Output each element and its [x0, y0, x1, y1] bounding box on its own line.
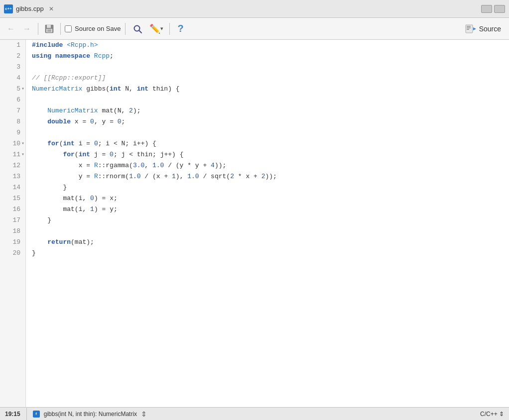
svg-rect-1 [47, 25, 51, 28]
code-line-5: NumericMatrix gibbs(int N, int thin) { [26, 84, 509, 95]
function-arrow[interactable]: ⇕ [141, 410, 147, 418]
search-icon [132, 24, 142, 34]
line-num-5: 5▾ [0, 84, 25, 95]
line-num-12: 12 [0, 160, 25, 171]
code-editor[interactable]: #include <Rcpp.h> using namespace Rcpp; … [26, 40, 509, 407]
toolbar-separator-2 [60, 23, 61, 35]
code-line-10: for(int i = 0; i < N; i++) { [26, 138, 509, 149]
line-num-2: 2 [0, 51, 25, 62]
file-type-icon: c++ [4, 4, 13, 13]
line-num-1: 1 [0, 40, 25, 51]
function-label: gibbs(int N, int thin): NumericMatrix [44, 411, 137, 418]
source-on-save-label[interactable]: Source on Save [65, 25, 121, 32]
tab-filename: gibbs.cpp [16, 5, 44, 12]
toolbar-separator-4 [169, 23, 170, 35]
svg-line-5 [139, 30, 141, 33]
code-line-20: } [26, 248, 509, 259]
svg-marker-10 [473, 27, 476, 30]
code-line-13: y = R::rnorm(1.0 / (x + 1), 1.0 / sqrt(2… [26, 171, 509, 182]
maximize-button[interactable] [494, 5, 505, 13]
code-line-6 [26, 95, 509, 105]
code-line-3 [26, 62, 509, 73]
forward-button[interactable]: → [20, 22, 34, 36]
line-num-8: 8 [0, 116, 25, 127]
source-button-label: Source [479, 25, 501, 33]
code-line-11: for(int j = 0; j < thin; j++) { [26, 149, 509, 160]
line-num-14: 14 [0, 182, 25, 193]
source-run-icon [465, 24, 476, 33]
code-line-15: mat(i, 0) = x; [26, 193, 509, 204]
source-on-save-checkbox[interactable] [65, 25, 72, 32]
save-icon [44, 24, 54, 34]
wand-dropdown-arrow: ▾ [160, 25, 163, 32]
line-num-4: 4 [0, 73, 25, 84]
line-numbers: 1 2 3 4 5▾ 6 7 8 9 10▾ 11▾ 12 13 14 15 1… [0, 40, 26, 407]
toolbar-separator-3 [125, 23, 126, 35]
status-bar: 19:15 f gibbs(int N, int thin): NumericM… [0, 407, 509, 420]
line-num-6: 6 [0, 95, 25, 105]
line-num-13: 13 [0, 171, 25, 182]
status-separator [26, 408, 27, 420]
line-num-11: 11▾ [0, 149, 25, 160]
line-num-9: 9 [0, 127, 25, 138]
code-line-18 [26, 226, 509, 237]
line-num-19: 19 [0, 237, 25, 248]
line-num-10: 10▾ [0, 138, 25, 149]
save-button[interactable] [42, 22, 56, 36]
code-line-7: NumericMatrix mat(N, 2); [26, 105, 509, 116]
search-button[interactable] [129, 22, 145, 36]
code-line-12: x = R::rgamma(3.0, 1.0 / (y * y + 4)); [26, 160, 509, 171]
code-line-19: return(mat); [26, 237, 509, 248]
code-line-1: #include <Rcpp.h> [26, 40, 509, 51]
line-num-20: 20 [0, 248, 25, 259]
source-button[interactable]: Source [461, 22, 505, 35]
code-line-14: } [26, 182, 509, 193]
window-controls [481, 5, 505, 13]
wand-button[interactable]: ✏️ ▾ [147, 22, 165, 36]
title-bar: c++ gibbs.cpp ✕ [0, 0, 509, 18]
help-button[interactable]: ? [174, 22, 188, 36]
code-line-2: using namespace Rcpp; [26, 51, 509, 62]
code-line-8: double x = 0, y = 0; [26, 116, 509, 127]
back-button[interactable]: ← [4, 22, 18, 36]
line-num-17: 17 [0, 215, 25, 226]
svg-rect-3 [47, 29, 51, 32]
minimize-button[interactable] [481, 5, 492, 13]
line-num-3: 3 [0, 62, 25, 73]
code-container: 1 2 3 4 5▾ 6 7 8 9 10▾ 11▾ 12 13 14 15 1… [0, 40, 509, 407]
line-num-18: 18 [0, 226, 25, 237]
line-num-15: 15 [0, 193, 25, 204]
code-line-17: } [26, 215, 509, 226]
code-line-9 [26, 127, 509, 138]
language-label: C/C++ ⇕ [480, 411, 504, 418]
code-line-16: mat(i, 1) = y; [26, 204, 509, 215]
toolbar-separator-1 [38, 23, 38, 35]
line-num-16: 16 [0, 204, 25, 215]
code-line-4: // [[Rcpp::export]] [26, 73, 509, 84]
toolbar: ← → Source on Save ✏️ ▾ ? Sou [0, 18, 509, 40]
tab-close-button[interactable]: ✕ [47, 4, 56, 13]
line-num-7: 7 [0, 105, 25, 116]
cursor-position: 19:15 [5, 411, 20, 418]
function-icon: f [33, 411, 40, 418]
